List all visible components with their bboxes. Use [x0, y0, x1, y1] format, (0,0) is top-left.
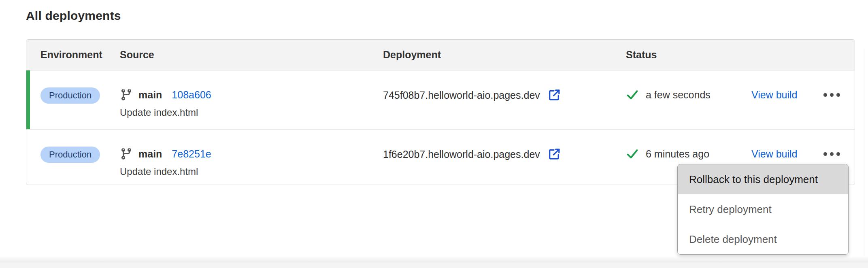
external-link-icon[interactable] [547, 147, 562, 162]
row-actions-cell [820, 87, 855, 102]
table-header-environment: Environment [26, 49, 120, 61]
check-icon [626, 147, 639, 160]
table-header-deployment: Deployment [383, 49, 626, 61]
scroll-edge-line [864, 49, 864, 256]
branch-name: main [138, 147, 162, 161]
commit-link[interactable]: 108a606 [172, 87, 211, 102]
menu-item-rollback[interactable]: Rollback to this deployment [678, 164, 848, 194]
bottom-divider [0, 262, 868, 268]
view-build-cell: View build [751, 87, 820, 102]
commit-link[interactable]: 7e8251e [172, 147, 211, 161]
table-header-status: Status [626, 49, 751, 61]
table-header-row: Environment Source Deployment Status [26, 40, 855, 70]
menu-item-delete[interactable]: Delete deployment [678, 224, 848, 254]
current-deployment-indicator [26, 70, 30, 129]
check-icon [626, 88, 639, 101]
ellipsis-icon [823, 152, 840, 156]
environment-cell: Production [26, 87, 120, 104]
menu-item-retry[interactable]: Retry deployment [678, 194, 848, 224]
deployments-page: All deployments Environment Source Deplo… [0, 0, 868, 268]
view-build-link[interactable]: View build [751, 148, 798, 160]
row-actions-button[interactable] [823, 147, 841, 161]
row-actions-cell [820, 147, 855, 161]
git-branch-icon [120, 147, 133, 160]
status-cell: a few seconds [626, 87, 751, 102]
deployment-url: 1f6e20b7.helloworld-aio.pages.dev [383, 147, 540, 162]
deployments-table: Environment Source Deployment Status Pro… [26, 39, 855, 185]
ellipsis-icon [823, 93, 840, 97]
environment-badge: Production [40, 147, 100, 163]
git-branch-icon [120, 88, 133, 101]
source-cell: main 7e8251e Update index.html [120, 147, 383, 178]
status-time: a few seconds [646, 87, 711, 102]
deployment-url: 745f08b7.helloworld-aio.pages.dev [383, 88, 540, 102]
deployment-actions-menu: Rollback to this deployment Retry deploy… [677, 164, 849, 255]
source-cell: main 108a606 Update index.html [120, 87, 383, 119]
page-title: All deployments [26, 8, 121, 23]
branch-name: main [138, 87, 162, 102]
deployment-cell: 745f08b7.helloworld-aio.pages.dev [383, 87, 626, 102]
environment-cell: Production [26, 147, 120, 163]
view-build-link[interactable]: View build [751, 89, 798, 100]
status-time: 6 minutes ago [646, 147, 709, 161]
bottom-scroll-fade [0, 256, 868, 262]
table-header-source: Source [120, 49, 383, 61]
view-build-cell: View build [751, 147, 820, 161]
deployment-row: Production main 108a606 Update index.htm… [26, 70, 855, 129]
deployment-cell: 1f6e20b7.helloworld-aio.pages.dev [383, 147, 626, 162]
environment-badge: Production [40, 87, 100, 104]
commit-message: Update index.html [120, 106, 383, 119]
external-link-icon[interactable] [547, 87, 562, 102]
row-actions-button[interactable] [823, 87, 841, 102]
status-cell: 6 minutes ago [626, 147, 751, 161]
commit-message: Update index.html [120, 166, 383, 178]
